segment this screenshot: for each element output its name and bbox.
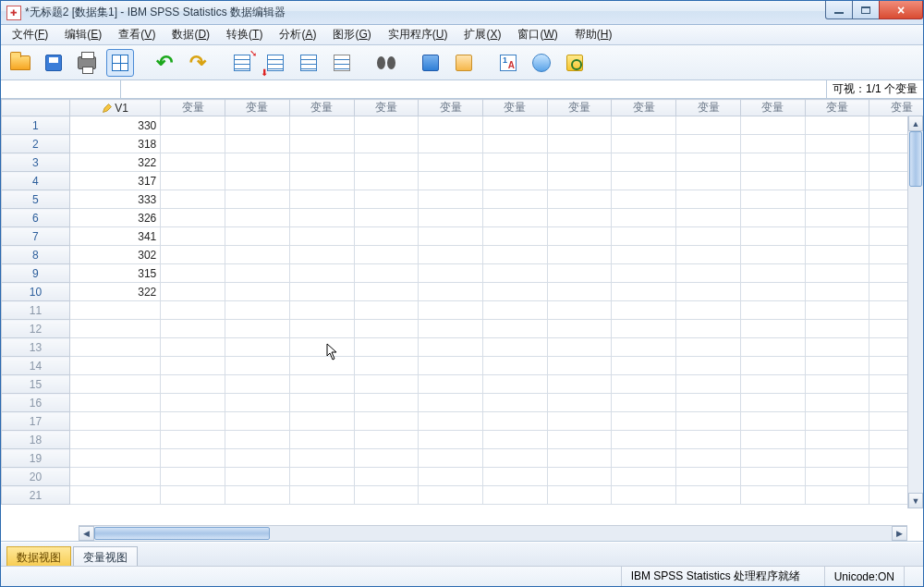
table-row[interactable]: 3322: [2, 153, 924, 172]
vertical-scroll-track[interactable]: [908, 131, 923, 493]
scroll-up-button[interactable]: ▲: [908, 116, 923, 131]
show-all-variables-button[interactable]: [561, 49, 589, 77]
empty-cell[interactable]: [482, 135, 547, 153]
empty-cell[interactable]: [225, 246, 290, 264]
row-header[interactable]: 9: [2, 264, 70, 283]
minimize-button[interactable]: [825, 1, 853, 19]
empty-cell[interactable]: [161, 338, 225, 357]
column-header-empty[interactable]: 变量: [161, 100, 225, 116]
menu-utilities[interactable]: 实用程序(U): [381, 25, 456, 44]
empty-cell[interactable]: [289, 135, 354, 153]
empty-cell[interactable]: [676, 190, 741, 209]
vertical-scrollbar[interactable]: ▲ ▼: [907, 116, 923, 508]
empty-cell[interactable]: [354, 135, 419, 153]
empty-cell[interactable]: [547, 190, 612, 209]
empty-cell[interactable]: [354, 449, 419, 468]
table-row[interactable]: 20: [2, 468, 924, 486]
empty-cell[interactable]: [612, 412, 676, 431]
empty-cell[interactable]: [547, 412, 612, 431]
empty-cell[interactable]: [289, 320, 354, 338]
empty-cell[interactable]: [740, 209, 805, 227]
print-button[interactable]: [73, 49, 101, 77]
data-cell[interactable]: 341: [69, 227, 160, 246]
empty-cell[interactable]: [612, 116, 676, 135]
empty-cell[interactable]: [419, 468, 483, 486]
empty-cell[interactable]: [547, 449, 612, 468]
empty-cell[interactable]: [676, 246, 741, 264]
empty-cell[interactable]: [354, 172, 419, 190]
empty-cell[interactable]: [225, 190, 290, 209]
table-row[interactable]: 11: [2, 301, 924, 320]
empty-cell[interactable]: [612, 135, 676, 153]
empty-cell[interactable]: [419, 190, 483, 209]
scroll-down-button[interactable]: ▼: [908, 493, 923, 508]
empty-cell[interactable]: [676, 320, 741, 338]
empty-cell[interactable]: [740, 227, 805, 246]
data-cell[interactable]: [69, 375, 160, 394]
empty-cell[interactable]: [547, 431, 612, 449]
data-cell[interactable]: 322: [69, 153, 160, 172]
weight-cases-button[interactable]: [450, 49, 478, 77]
empty-cell[interactable]: [547, 227, 612, 246]
empty-cell[interactable]: [419, 116, 483, 135]
empty-cell[interactable]: [547, 246, 612, 264]
empty-cell[interactable]: [419, 246, 483, 264]
empty-cell[interactable]: [161, 227, 225, 246]
empty-cell[interactable]: [225, 431, 290, 449]
empty-cell[interactable]: [547, 375, 612, 394]
row-header[interactable]: 16: [2, 394, 70, 412]
vertical-scroll-thumb[interactable]: [909, 131, 922, 187]
empty-cell[interactable]: [289, 153, 354, 172]
empty-cell[interactable]: [612, 486, 676, 505]
empty-cell[interactable]: [547, 264, 612, 283]
empty-cell[interactable]: [354, 264, 419, 283]
empty-cell[interactable]: [289, 190, 354, 209]
empty-cell[interactable]: [740, 246, 805, 264]
split-file-button[interactable]: [417, 49, 444, 77]
empty-cell[interactable]: [740, 301, 805, 320]
empty-cell[interactable]: [419, 264, 483, 283]
empty-cell[interactable]: [225, 227, 290, 246]
empty-cell[interactable]: [419, 394, 483, 412]
empty-cell[interactable]: [225, 264, 290, 283]
data-cell[interactable]: 333: [69, 190, 160, 209]
empty-cell[interactable]: [354, 394, 419, 412]
empty-cell[interactable]: [482, 283, 547, 301]
empty-cell[interactable]: [805, 227, 869, 246]
row-header[interactable]: 12: [2, 320, 70, 338]
empty-cell[interactable]: [740, 320, 805, 338]
empty-cell[interactable]: [419, 431, 483, 449]
empty-cell[interactable]: [676, 283, 741, 301]
empty-cell[interactable]: [740, 135, 805, 153]
empty-cell[interactable]: [612, 209, 676, 227]
empty-cell[interactable]: [805, 246, 869, 264]
data-cell[interactable]: [69, 486, 160, 505]
empty-cell[interactable]: [482, 190, 547, 209]
menu-file[interactable]: 文件(F): [5, 25, 55, 44]
empty-cell[interactable]: [482, 338, 547, 357]
empty-cell[interactable]: [805, 153, 869, 172]
redo-button[interactable]: ↷: [184, 49, 212, 77]
column-header-empty[interactable]: 变量: [869, 100, 923, 116]
empty-cell[interactable]: [740, 449, 805, 468]
empty-cell[interactable]: [805, 486, 869, 505]
empty-cell[interactable]: [289, 431, 354, 449]
data-cell[interactable]: [69, 357, 160, 375]
empty-cell[interactable]: [676, 153, 741, 172]
empty-cell[interactable]: [547, 116, 612, 135]
empty-cell[interactable]: [289, 301, 354, 320]
empty-cell[interactable]: [547, 301, 612, 320]
empty-cell[interactable]: [805, 412, 869, 431]
scroll-left-button[interactable]: ◀: [79, 526, 94, 541]
empty-cell[interactable]: [225, 135, 290, 153]
empty-cell[interactable]: [289, 357, 354, 375]
empty-cell[interactable]: [289, 468, 354, 486]
empty-cell[interactable]: [805, 172, 869, 190]
empty-cell[interactable]: [161, 449, 225, 468]
empty-cell[interactable]: [676, 468, 741, 486]
empty-cell[interactable]: [676, 116, 741, 135]
row-header[interactable]: 6: [2, 209, 70, 227]
empty-cell[interactable]: [676, 394, 741, 412]
horizontal-scroll-thumb[interactable]: [94, 527, 270, 540]
empty-cell[interactable]: [419, 338, 483, 357]
